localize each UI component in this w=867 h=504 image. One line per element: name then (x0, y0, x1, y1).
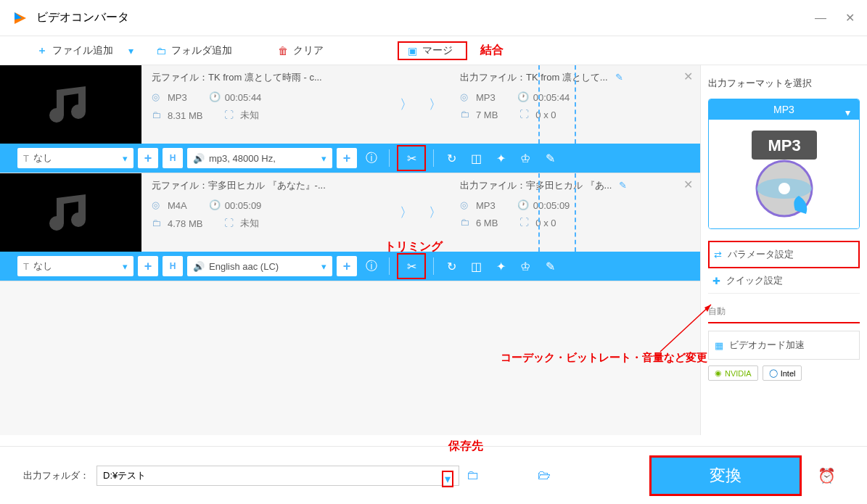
footer: 出力フォルダ： ▾ 🗀 🗁 変換 ⏰ (0, 446, 867, 504)
plus-icon: ＋ (36, 45, 48, 57)
clock-icon: 🕐 (209, 199, 221, 211)
add-file-button[interactable]: ＋ ファイル追加 ▾ (29, 41, 144, 60)
thumbnail (0, 65, 141, 144)
close-icon[interactable]: ✕ (844, 12, 855, 24)
crop-icon[interactable]: ◫ (466, 148, 486, 168)
convert-button[interactable]: 変換 (649, 455, 802, 496)
nvidia-badge: ◉NVIDIA (708, 365, 758, 381)
folder-icon: 🗀 (155, 45, 167, 57)
merge-icon: ▣ (406, 45, 418, 57)
audio-track-select[interactable]: 🔊mp3, 48000 Hz,▾ (187, 148, 332, 168)
edit-icon[interactable]: ✎ (619, 180, 627, 191)
folder-size-icon: 🗀 (152, 110, 163, 121)
source-file-label: 元ファイル：TK from 凛として時雨 - c... (152, 71, 382, 84)
rotate-icon[interactable]: ↻ (441, 148, 461, 168)
info-icon[interactable]: ⓘ (361, 256, 382, 276)
subtitle-select[interactable]: Tなし▾ (17, 148, 133, 168)
chevron-down-icon: ▾ (845, 107, 850, 118)
alarm-icon[interactable]: ⏰ (818, 467, 844, 484)
trim-icon[interactable]: ✂ (401, 148, 422, 168)
audio-track-select[interactable]: 🔊English aac (LC)▾ (187, 256, 332, 276)
output-folder-label: 出力フォルダ： (23, 469, 89, 482)
gear-icon: ✚ (712, 276, 720, 286)
info-icon[interactable]: ⓘ (361, 148, 382, 168)
rotate-icon[interactable]: ↻ (441, 256, 461, 276)
subtitle-settings-button[interactable]: H (163, 148, 183, 168)
clock-icon: 🕐 (517, 199, 529, 211)
subtitle-settings-button[interactable]: H (163, 256, 183, 276)
format-selector[interactable]: MP3▾ MP3 (708, 99, 860, 229)
file-card: 元ファイル：TK from 凛として時雨 - c... ◎MP3 🕐00:05:… (0, 65, 700, 173)
intel-badge: ◯Intel (763, 365, 802, 381)
folder-size-icon: 🗀 (460, 217, 472, 228)
resolution-icon: ⛶ (224, 110, 236, 121)
add-folder-button[interactable]: 🗀 フォルダ追加 (148, 41, 239, 60)
app-logo-icon (12, 9, 29, 27)
browse-folder-icon[interactable]: 🗀 (467, 468, 487, 483)
file-action-bar: Tなし▾ + H 🔊English aac (LC)▾ + ⓘ ✂ ↻ ◫ ✦ … (0, 252, 700, 281)
side-title: 出力フォーマットを選択 (708, 77, 860, 90)
source-file-label: 元ファイル：宇多田ヒカル 『あなた』-... (152, 179, 382, 192)
subtitle-select[interactable]: Tなし▾ (17, 256, 133, 276)
add-audio-button[interactable]: + (337, 148, 357, 168)
annotation-merge: 結合 (480, 43, 504, 58)
merge-button[interactable]: ▣ マージ (398, 41, 467, 60)
toolbar: ＋ ファイル追加 ▾ 🗀 フォルダ追加 🗑 クリア ▣ マージ 結合 (0, 36, 867, 65)
minimize-icon[interactable]: — (815, 12, 826, 24)
edit-icon[interactable]: ✎ (540, 256, 560, 276)
arrow-right-icon: 〉 (429, 96, 442, 113)
chip-icon: ▦ (715, 340, 723, 351)
effects-icon[interactable]: ✦ (490, 256, 511, 276)
trash-icon: 🗑 (277, 45, 289, 57)
open-output-icon[interactable]: 🗁 (538, 468, 558, 483)
format-icon: ◎ (152, 91, 163, 103)
chevron-down-icon: ▾ (125, 45, 136, 57)
arrow-right-icon: 〉 (400, 204, 413, 221)
folder-size-icon: 🗀 (152, 218, 163, 229)
watermark-icon[interactable]: ♔ (515, 148, 535, 168)
output-folder-input[interactable] (96, 466, 459, 486)
arrow-right-icon: 〉 (400, 96, 413, 113)
file-list: 元ファイル：TK from 凛として時雨 - c... ◎MP3 🕐00:05:… (0, 65, 700, 435)
add-subtitle-button[interactable]: + (138, 148, 158, 168)
add-audio-button[interactable]: + (337, 256, 357, 276)
resolution-icon: ⛶ (519, 109, 531, 120)
file-card: 元ファイル：宇多田ヒカル 『あなた』-... ◎M4A 🕐00:05:09 🗀4… (0, 173, 700, 281)
format-preview: MP3 (709, 120, 859, 228)
watermark-icon[interactable]: ♔ (515, 256, 535, 276)
app-title: ビデオコンバータ (36, 10, 129, 25)
file-action-bar: Tなし▾ + H 🔊mp3, 48000 Hz,▾ + ⓘ ✂ ↻ ◫ ✦ ♔ … (0, 144, 700, 173)
edit-icon[interactable]: ✎ (615, 72, 623, 83)
format-icon: ◎ (460, 199, 472, 211)
trim-icon[interactable]: ✂ (401, 256, 422, 276)
auto-label: 自動 (708, 305, 860, 318)
resolution-icon: ⛶ (224, 218, 236, 229)
clock-icon: 🕐 (209, 91, 221, 103)
format-icon: ◎ (152, 199, 163, 211)
chevron-down-icon[interactable]: ▾ (442, 471, 453, 487)
parameter-settings-button[interactable]: ⇄ パラメータ設定 (708, 241, 860, 268)
effects-icon[interactable]: ✦ (490, 148, 511, 168)
edit-icon[interactable]: ✎ (540, 148, 560, 168)
crop-icon[interactable]: ◫ (466, 256, 486, 276)
remove-file-button[interactable]: ✕ (683, 178, 693, 191)
clock-icon: 🕐 (517, 91, 529, 103)
arrow-right-icon: 〉 (429, 204, 442, 221)
thumbnail (0, 173, 141, 252)
folder-size-icon: 🗀 (460, 109, 472, 120)
svg-text:MP3: MP3 (768, 136, 800, 154)
quick-settings-button[interactable]: ✚ クイック設定 (708, 268, 860, 294)
sliders-icon: ⇄ (714, 249, 722, 260)
titlebar: ビデオコンバータ — ✕ (0, 0, 867, 36)
format-icon: ◎ (460, 91, 472, 103)
remove-file-button[interactable]: ✕ (683, 70, 693, 83)
add-subtitle-button[interactable]: + (138, 256, 158, 276)
svg-point-5 (778, 183, 790, 194)
side-panel: 出力フォーマットを選択 MP3▾ MP3 ⇄ パラメータ設定 ✚ (700, 65, 867, 435)
hardware-accel[interactable]: ▦ ビデオカード加速 (708, 331, 860, 360)
clear-button[interactable]: 🗑 クリア (270, 41, 331, 60)
resolution-icon: ⛶ (519, 217, 531, 228)
